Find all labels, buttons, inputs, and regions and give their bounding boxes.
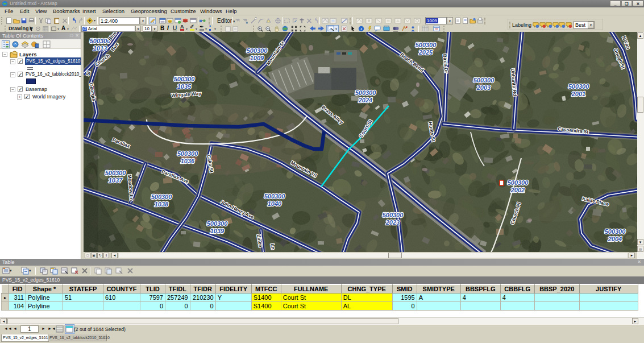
svg-text:500300: 500300 (416, 42, 437, 48)
svg-text:2003: 2003 (476, 84, 491, 91)
svg-text:1038: 1038 (155, 201, 169, 208)
svg-text:1040: 1040 (268, 200, 282, 207)
svg-text:500300: 500300 (568, 83, 590, 90)
svg-text:1037: 1037 (109, 177, 123, 184)
svg-text:500300: 500300 (105, 170, 127, 176)
svg-text:2024: 2024 (358, 97, 372, 104)
svg-text:500300: 500300 (383, 212, 404, 218)
svg-text:1039: 1039 (210, 228, 225, 234)
svg-text:500300: 500300 (264, 193, 286, 200)
svg-text:1009: 1009 (250, 55, 264, 61)
svg-text:500300: 500300 (605, 228, 626, 235)
svg-text:2004: 2004 (608, 235, 622, 242)
svg-text:500300: 500300 (473, 77, 495, 84)
svg-text:2023: 2023 (385, 219, 400, 226)
svg-text:Ln: Ln (269, 243, 276, 250)
svg-text:1035: 1035 (177, 83, 192, 90)
svg-text:2002: 2002 (510, 187, 525, 193)
svg-text:500300: 500300 (151, 193, 173, 200)
svg-text:i: i (361, 27, 362, 31)
svg-text:500300: 500300 (174, 76, 196, 82)
svg-text:500300: 500300 (508, 179, 529, 186)
svg-text:1013: 1013 (93, 45, 107, 52)
svg-text:2025: 2025 (418, 49, 433, 56)
svg-text:500300: 500300 (247, 47, 268, 54)
svg-text:500300: 500300 (177, 150, 199, 157)
svg-text:1036: 1036 (181, 158, 195, 164)
svg-text:2001: 2001 (571, 90, 585, 97)
svg-text:500300: 500300 (207, 220, 228, 227)
svg-text:500300: 500300 (355, 89, 377, 96)
